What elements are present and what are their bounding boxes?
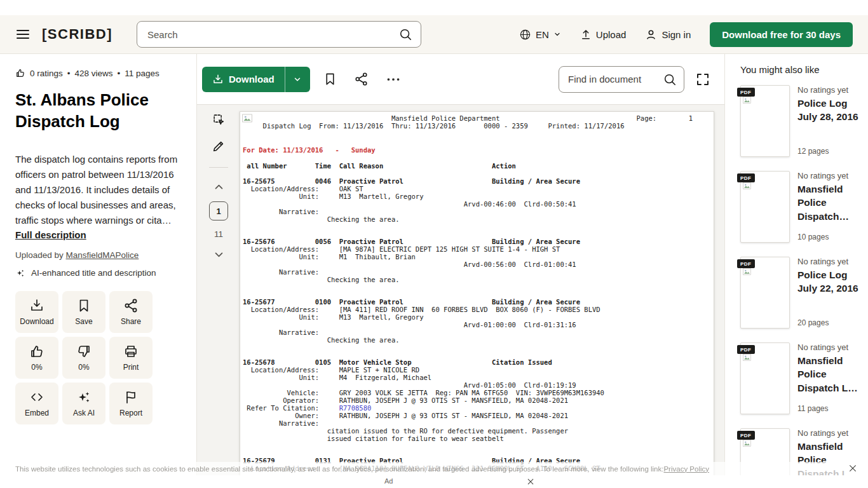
- doc-thumbnail: PDF: [740, 171, 790, 243]
- next-page-button[interactable]: [214, 249, 224, 260]
- ad-close-icon[interactable]: [526, 477, 535, 486]
- download-split-button: Download: [202, 67, 310, 92]
- current-page-input[interactable]: 1: [209, 201, 228, 220]
- cookie-consent-banner: This website utilizes technologies such …: [0, 462, 868, 475]
- print-tile[interactable]: Print: [109, 337, 153, 379]
- code-icon: [29, 390, 44, 405]
- pdf-badge: PDF: [737, 173, 755, 182]
- doc-title: Police Log July 28, 2016: [797, 97, 859, 124]
- language-selector[interactable]: EN: [519, 29, 561, 41]
- page-tools-rail: 1 11: [206, 112, 231, 260]
- log-entry-citation-line: Refer To Citation: R7708580: [243, 404, 714, 412]
- tile-label: Print: [123, 363, 139, 372]
- log-entry-body: Owner: RATHBUN, JOSEPH J @ 93 OTIS ST - …: [243, 412, 714, 442]
- tile-label: Ask AI: [73, 409, 95, 417]
- share-button[interactable]: [354, 72, 369, 86]
- annotate-pencil-icon[interactable]: [212, 139, 226, 153]
- share-tile[interactable]: Share: [109, 291, 153, 333]
- search-input[interactable]: [137, 21, 421, 48]
- download-options-button[interactable]: [285, 67, 310, 92]
- document-info-sidebar: 0 ratings • 428 views • 11 pages St. Alb…: [0, 54, 197, 488]
- cookie-notice-text: This website utilizes technologies such …: [15, 465, 663, 473]
- doc-rating: No ratings yet: [797, 85, 859, 95]
- tile-label: Save: [75, 317, 92, 326]
- language-label: EN: [536, 29, 549, 40]
- total-pages-label: 11: [214, 229, 223, 239]
- scribd-logo[interactable]: [SCRIBD]: [42, 26, 112, 43]
- download-label: Download: [229, 74, 275, 85]
- recommended-doc-item[interactable]: PDF No ratings yet Police Log July 22, 2…: [740, 257, 859, 329]
- download-button[interactable]: Download: [202, 67, 285, 92]
- select-text-tool-icon[interactable]: [212, 112, 226, 126]
- log-entry-head: 16-25678 0105 Motor Vehicle Stop Citatio…: [243, 358, 714, 366]
- download-tile[interactable]: Download: [15, 291, 58, 333]
- log-for-date: For Date: 11/13/2016 - Sunday: [243, 146, 714, 154]
- document-main: Download 1 11: [197, 54, 724, 488]
- top-navbar: [SCRIBD] EN Upload Sign in Download free…: [0, 15, 868, 54]
- doc-thumbnail: PDF: [740, 342, 790, 414]
- upload-button[interactable]: Upload: [580, 29, 627, 40]
- privacy-policy-link[interactable]: Privacy Policy: [663, 465, 709, 473]
- find-in-document: [559, 66, 684, 93]
- log-entry-head: 16-25677 0100 Proactive Patrol Building …: [243, 298, 714, 306]
- pdf-badge: PDF: [737, 259, 755, 268]
- pdf-badge: PDF: [737, 345, 755, 354]
- log-column-headers: all Number Time Call Reason Action: [243, 162, 714, 170]
- tile-label: Download: [20, 317, 53, 326]
- download-free-cta-button[interactable]: Download free for 30 days: [710, 22, 853, 47]
- action-tiles: Download Save Share 0% 0% Print: [15, 291, 181, 424]
- full-description-link[interactable]: Full description: [15, 229, 86, 240]
- ask-ai-tile[interactable]: Ask AI: [62, 383, 105, 424]
- doc-rating: No ratings yet: [797, 428, 859, 438]
- tile-label: Share: [121, 317, 141, 326]
- hamburger-icon: [15, 27, 31, 42]
- recommended-doc-item[interactable]: PDF No ratings yet Police Log July 28, 2…: [740, 85, 859, 157]
- document-meta-row: 0 ratings • 428 views • 11 pages: [15, 68, 181, 78]
- embed-tile[interactable]: Embed: [15, 383, 58, 424]
- dot-separator: •: [67, 69, 71, 78]
- log-entry-head: 16-25676 0056 Proactive Patrol Building …: [243, 238, 714, 245]
- document-page-1: Mansfield Police Department Page: 1 Disp…: [240, 111, 714, 488]
- citation-link[interactable]: R7708580: [339, 404, 372, 412]
- uploader-link[interactable]: MansfieldMAPolice: [66, 250, 139, 260]
- upvote-tile[interactable]: 0%: [15, 337, 58, 379]
- log-entry-body: Location/Address: OAK ST Unit: M13 Marte…: [243, 185, 714, 223]
- thumbs-up-icon: [29, 344, 44, 359]
- cookie-banner-close-icon[interactable]: [848, 463, 858, 473]
- user-icon: [645, 29, 657, 41]
- broken-image-icon: [743, 440, 751, 447]
- save-bookmark-button[interactable]: [323, 72, 337, 86]
- share-icon: [123, 298, 139, 313]
- ratings-count: 0 ratings: [30, 69, 63, 78]
- download-icon: [29, 298, 44, 313]
- doc-pages: 10 pages: [797, 233, 859, 243]
- broken-image-icon: [242, 114, 252, 123]
- report-tile[interactable]: Report: [109, 383, 153, 424]
- broken-image-icon: [743, 97, 751, 104]
- ad-label: Ad: [384, 477, 393, 485]
- doc-title: Mansfield Police Dispatch…: [797, 182, 859, 223]
- search-icon[interactable]: [398, 27, 412, 41]
- chevron-down-icon: [293, 75, 302, 84]
- bookmark-icon: [76, 298, 92, 313]
- previous-page-button[interactable]: [214, 182, 224, 193]
- recommended-doc-item[interactable]: PDF No ratings yet Mansfield Police Disp…: [740, 342, 859, 414]
- download-icon: [212, 74, 224, 85]
- search-icon[interactable]: [663, 72, 677, 86]
- rail-divider: [209, 167, 228, 168]
- ai-enhanced-note: AI-enhanced title and description: [15, 268, 181, 278]
- pdf-badge: PDF: [737, 88, 755, 97]
- save-tile[interactable]: Save: [62, 291, 105, 333]
- doc-thumbnail: PDF: [740, 85, 790, 157]
- hamburger-menu-button[interactable]: [15, 26, 32, 43]
- log-entry-body: Location/Address: [MA 411] RED ROOF INN …: [243, 306, 714, 344]
- log-entry: 16-25677 0100 Proactive Patrol Building …: [243, 298, 714, 344]
- more-options-button[interactable]: [385, 71, 402, 88]
- fullscreen-button[interactable]: [695, 72, 710, 87]
- broken-image-icon: [743, 354, 751, 361]
- document-toolbar: Download: [197, 54, 724, 104]
- recommended-doc-item[interactable]: PDF No ratings yet Mansfield Police Disp…: [740, 171, 859, 243]
- downvote-tile[interactable]: 0%: [62, 337, 105, 379]
- tile-label: 0%: [78, 363, 89, 372]
- sign-in-button[interactable]: Sign in: [645, 29, 691, 41]
